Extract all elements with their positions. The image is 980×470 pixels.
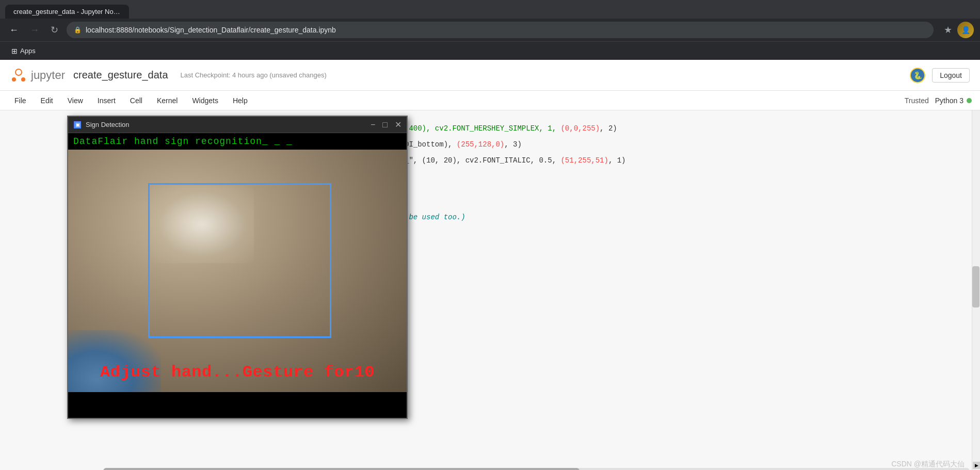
cv2-window-controls: − □ ✕ [371,121,401,129]
menu-insert[interactable]: Insert [91,94,122,107]
profile-avatar[interactable]: 👤 [957,22,974,38]
jupyter-header: jupyter create_gesture_data Last Checkpo… [0,60,980,91]
logout-button[interactable]: Logout [932,68,970,83]
menu-help[interactable]: Help [227,94,254,107]
code-num-2: (255,128,0) [457,140,504,149]
notebook-title[interactable]: create_gesture_data [73,69,168,81]
code-line-1: '.', (200, 400), cv2.FONT_HERSHEY_SIMPLE… [361,121,970,137]
cv2-titlebar: ▣ Sign Detection − □ ✕ [68,117,407,133]
kernel-info: Python 3 [935,96,972,105]
trusted-badge: Trusted [905,96,929,105]
main-area: '.', (200, 400), cv2.FONT_HERSHEY_SIMPLE… [0,110,980,470]
menu-file[interactable]: File [8,94,33,107]
cv2-minimize-button[interactable]: − [371,121,375,129]
svg-point-3 [16,70,21,75]
forward-button[interactable]: → [27,23,42,38]
jupyter-logo-text: jupyter [31,69,65,82]
camera-hand-hint [68,330,161,392]
code-num-3: (51,255,51) [560,156,608,165]
code-line-2: I_right, ROI_bottom), (255,128,0), 3) [361,137,970,153]
security-icon: 🔒 [74,26,82,34]
camera-frame: Adjust hand...Gesture for10 [68,150,407,392]
jupyter-logo: jupyter [10,67,65,84]
green-text-bar: DataFlair hand sign recognition_ _ _ [68,133,407,150]
csdn-watermark: CSDN @精通代码大仙 [891,460,965,469]
bookmarks-bar: ⊞ Apps [0,41,980,60]
scrollbar-track[interactable]: ▼ ▶ [972,110,980,470]
browser-toolbar: ← → ↻ 🔒 localhost:8888/notebooks/Sign_de… [0,19,980,41]
svg-text:🐍: 🐍 [913,71,923,80]
code-line-3: nition_ _ _", (10, 20), cv2.FONT_ITALIC,… [361,153,970,169]
browser-chrome: create_gesture_data - Jupyter Notebook ←… [0,0,980,60]
horizontal-scrollbar-thumb[interactable] [103,468,580,470]
back-button[interactable]: ← [6,23,22,38]
expand-arrow[interactable]: ▶ [973,462,980,469]
code-num-1: (0,0,255) [560,124,600,133]
browser-tab[interactable]: create_gesture_data - Jupyter Notebook [5,5,129,19]
camera-red-text: Adjust hand...Gesture for10 [68,363,407,382]
scrollbar-thumb[interactable] [972,266,979,307]
checkpoint-text: Last Checkpoint: 4 hours ago (unsaved ch… [181,71,327,79]
cv2-maximize-button[interactable]: □ [382,121,388,129]
cv2-title-icon: ▣ [73,121,82,129]
code-plain-1: , 2) [600,124,617,133]
jupyter-logo-icon [10,67,27,84]
menu-kernel[interactable]: Kernel [151,94,184,107]
svg-point-1 [12,77,16,82]
reload-button[interactable]: ↻ [47,22,61,38]
address-bar[interactable]: 🔒 localhost:8888/notebooks/Sign_detectio… [67,22,934,38]
menu-bar-right: Trusted Python 3 [905,96,972,105]
svg-point-2 [21,77,25,82]
cv2-close-button[interactable]: ✕ [395,121,401,129]
cv2-title-text: Sign Detection [86,121,371,128]
menu-view[interactable]: View [61,94,89,107]
kernel-label: Python 3 [935,96,963,105]
horizontal-scrollbar[interactable] [103,468,970,470]
browser-tabs-bar: create_gesture_data - Jupyter Notebook [0,0,980,19]
menu-edit[interactable]: Edit [35,94,59,107]
camera-black-bar [68,392,407,418]
jupyter-header-right: 🐍 Logout [909,67,970,84]
bookmark-star-icon[interactable]: ★ [944,24,952,36]
code-plain-3: , 3) [504,140,522,149]
menu-cell[interactable]: Cell [124,94,149,107]
jupyter-container: jupyter create_gesture_data Last Checkpo… [0,60,980,470]
apps-grid-icon: ⊞ [11,47,18,55]
python-icon: 🐍 [909,67,926,84]
apps-bookmark[interactable]: ⊞ Apps [7,45,40,57]
code-line-4: th ord can be used too.) [361,209,970,225]
cv2-window: ▣ Sign Detection − □ ✕ DataFlair hand si… [67,116,408,419]
apps-label: Apps [20,47,36,55]
menu-bar: File Edit View Insert Cell Kernel Widget… [0,91,980,110]
code-plain-5: , 1) [608,156,626,165]
menu-widgets[interactable]: Widgets [186,94,224,107]
kernel-status-dot [967,98,972,103]
roi-bounding-box [148,183,331,338]
url-text: localhost:8888/notebooks/Sign_detection_… [86,26,336,34]
